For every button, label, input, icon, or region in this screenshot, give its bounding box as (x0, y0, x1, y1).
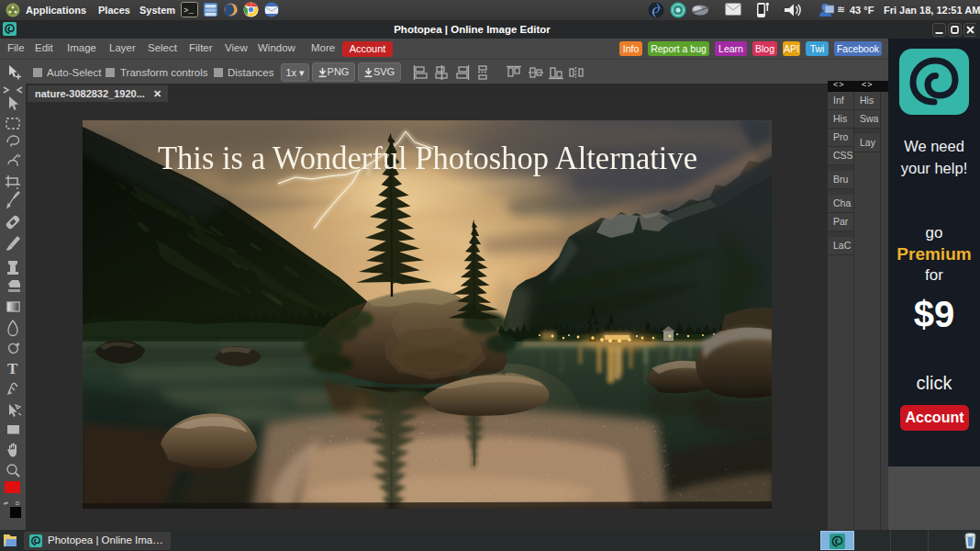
svg-text:⇄: ⇄ (4, 500, 8, 506)
svg-text:This is a Wonderful Photoshop: This is a Wonderful Photoshop Alternativ… (158, 140, 697, 176)
svg-text:>_: >_ (184, 6, 194, 16)
svg-text:D: D (16, 500, 20, 506)
svg-text:T: T (7, 360, 18, 377)
